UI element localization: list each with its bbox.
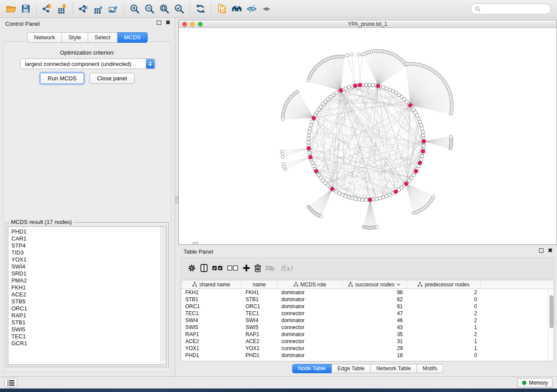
table-cell[interactable]: dominator — [277, 296, 343, 303]
tab-select[interactable]: Select — [88, 32, 118, 43]
float-panel-icon[interactable] — [539, 248, 543, 253]
table-cell[interactable]: 43 — [343, 324, 407, 331]
table-cell[interactable]: RAP1 — [242, 331, 277, 338]
table-row[interactable]: ACE2ACE2connector311 — [181, 338, 554, 345]
column-header-shared-name[interactable]: shared name — [181, 280, 242, 289]
zoom-selected-icon[interactable] — [172, 1, 187, 16]
table-cell[interactable]: ORC1 — [242, 303, 277, 310]
refresh-icon[interactable] — [193, 1, 208, 16]
gear-icon[interactable] — [187, 263, 196, 273]
table-cell[interactable]: connector — [277, 310, 343, 317]
table-row[interactable]: FKH1FKH1dominator962 — [181, 289, 554, 296]
tab-network[interactable]: Network — [27, 32, 62, 43]
tab-mcds[interactable]: MCDS — [118, 32, 148, 43]
table-cell[interactable]: 1 — [407, 338, 481, 345]
table-cell[interactable]: RAP1 — [181, 331, 242, 338]
tab-edge-table[interactable]: Edge Table — [332, 364, 370, 373]
table-cell[interactable]: 62 — [343, 296, 407, 303]
criterion-dropdown[interactable]: largest connected component (undirected) — [20, 58, 156, 69]
add-column-icon[interactable] — [242, 263, 250, 273]
zoom-out-icon[interactable] — [142, 1, 157, 16]
table-cell[interactable]: 46 — [343, 317, 407, 324]
two-houses-icon[interactable] — [229, 1, 244, 16]
result-node-item[interactable]: TID3 — [8, 249, 160, 256]
network-window-titlebar[interactable]: YPA_prune.txt_1 — [179, 20, 557, 28]
table-cell[interactable]: PHD1 — [181, 352, 242, 359]
export-table-icon[interactable] — [91, 1, 106, 16]
columns-icon[interactable] — [200, 263, 208, 273]
result-node-item[interactable]: YOX1 — [8, 256, 160, 263]
delete-column-icon[interactable] — [254, 263, 261, 273]
result-node-item[interactable]: STB5 — [8, 298, 160, 305]
table-cell[interactable]: STB1 — [181, 296, 242, 303]
table-cell[interactable]: 1 — [407, 345, 481, 352]
table-cell[interactable]: STB1 — [242, 296, 277, 303]
table-cell[interactable]: SWI5 — [181, 324, 242, 331]
column-header-successor-nodes[interactable]: successor nodes — [343, 280, 407, 289]
eye-slash-icon[interactable] — [244, 1, 259, 16]
zoom-fit-icon[interactable] — [157, 1, 172, 16]
table-cell[interactable]: connector — [277, 324, 343, 331]
tab-node-table[interactable]: Node Table — [292, 364, 332, 373]
table-cell[interactable]: connector — [277, 338, 343, 345]
float-panel-icon[interactable] — [157, 21, 161, 25]
result-node-item[interactable]: GCR1 — [8, 340, 160, 347]
table-cell[interactable]: 0 — [407, 352, 481, 359]
table-cell[interactable]: 2 — [407, 310, 481, 317]
import-network-icon[interactable] — [40, 1, 55, 16]
table-cell[interactable]: dominator — [277, 289, 343, 296]
table-cell[interactable]: 29 — [343, 345, 407, 352]
result-node-item[interactable]: FKH1 — [8, 284, 160, 291]
table-cell[interactable]: connector — [277, 345, 343, 352]
memory-button[interactable]: Memory — [517, 378, 553, 388]
result-node-item[interactable]: SRD1 — [8, 270, 160, 277]
table-cell[interactable]: TEC1 — [181, 310, 242, 317]
deselect-all-icon[interactable] — [227, 263, 239, 273]
result-node-item[interactable]: ACE2 — [8, 291, 160, 298]
search-box[interactable] — [471, 3, 551, 14]
result-node-item[interactable]: ORC1 — [8, 305, 160, 312]
table-cell[interactable]: 1 — [407, 324, 481, 331]
tab-style[interactable]: Style — [62, 32, 88, 43]
table-cell[interactable]: 2 — [407, 317, 481, 324]
table-row[interactable]: PHD1PHD1dominator180 — [181, 352, 554, 359]
table-cell[interactable]: dominator — [277, 317, 343, 324]
export-image-icon[interactable] — [106, 1, 121, 16]
network-canvas[interactable] — [179, 28, 557, 244]
result-list-scrollbar[interactable] — [160, 227, 166, 364]
table-row[interactable]: SWI5SWI5connector431 — [181, 324, 554, 331]
table-cell[interactable]: dominator — [277, 303, 343, 310]
table-cell[interactable]: FKH1 — [242, 289, 277, 296]
table-cell[interactable]: dominator — [277, 352, 343, 359]
import-table-icon[interactable] — [55, 1, 69, 16]
close-panel-icon[interactable]: ✖ — [166, 21, 170, 25]
table-cell[interactable]: 2 — [407, 289, 481, 296]
table-cell[interactable]: 35 — [343, 331, 407, 338]
result-node-item[interactable]: STB1 — [8, 319, 160, 326]
table-cell[interactable]: 61 — [343, 303, 407, 310]
result-node-item[interactable]: PHD1 — [8, 228, 160, 235]
table-cell[interactable]: 31 — [343, 338, 407, 345]
table-cell[interactable]: ORC1 — [181, 303, 242, 310]
result-node-item[interactable]: PMA2 — [8, 277, 160, 284]
result-node-item[interactable]: SWI5 — [8, 326, 160, 333]
table-cell[interactable]: 47 — [343, 310, 407, 317]
zoom-in-icon[interactable] — [127, 1, 142, 16]
table-cell[interactable]: ACE2 — [181, 338, 242, 345]
table-cell[interactable]: 0 — [407, 303, 481, 310]
column-header-predecessor-nodes[interactable]: predecessor nodes — [407, 280, 481, 289]
vertical-splitter[interactable] — [175, 18, 178, 376]
tab-network-table[interactable]: Network Table — [371, 364, 417, 373]
result-node-item[interactable]: SWI4 — [8, 263, 160, 270]
table-cell[interactable]: dominator — [277, 331, 343, 338]
table-row[interactable]: TEC1TEC1connector472 — [181, 310, 554, 317]
column-header-MCDS-role[interactable]: MCDS role — [277, 280, 343, 289]
table-scrollbar[interactable] — [548, 289, 554, 361]
table-cell[interactable]: YOX1 — [181, 345, 242, 352]
table-cell[interactable]: ACE2 — [242, 338, 277, 345]
table-cell[interactable]: FKH1 — [181, 289, 242, 296]
run-mcds-button[interactable]: Run MCDS — [40, 73, 84, 84]
save-session-icon[interactable] — [18, 1, 33, 16]
table-cell[interactable]: 2 — [407, 331, 481, 338]
result-node-item[interactable]: TEC1 — [8, 333, 160, 340]
